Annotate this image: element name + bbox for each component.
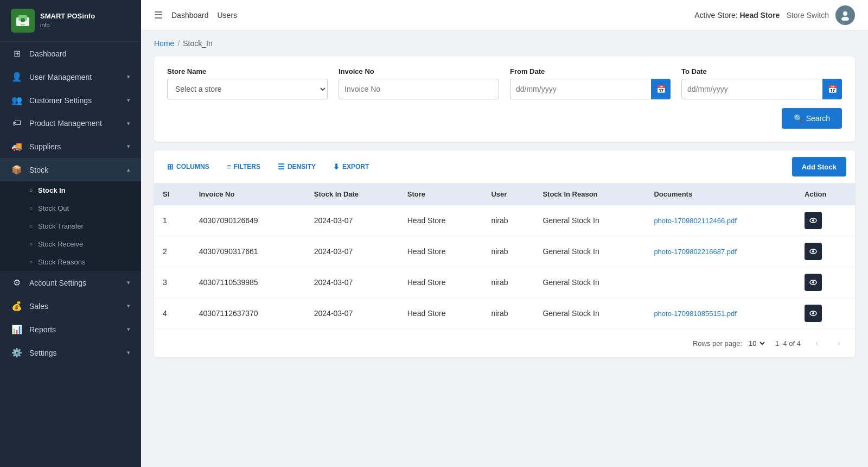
- invoice-no-filter: Invoice No: [339, 67, 499, 99]
- columns-button[interactable]: ⊞ COLUMNS: [163, 160, 214, 173]
- sidebar-item-customer-settings[interactable]: 👥 Customer Settings ▾: [0, 89, 141, 112]
- sidebar-item-stock-receive[interactable]: Stock Receive: [0, 235, 141, 253]
- cell-date: 2024-03-07: [305, 236, 399, 267]
- to-date-calendar-icon[interactable]: 📅: [822, 79, 842, 99]
- cell-action: [796, 298, 855, 329]
- sidebar-item-label: Sales: [29, 302, 127, 311]
- sidebar-item-dashboard[interactable]: ⊞ Dashboard: [0, 42, 141, 65]
- sidebar-item-sales[interactable]: 💰 Sales ▾: [0, 294, 141, 318]
- sidebar-item-stock-reasons[interactable]: Stock Reasons: [0, 253, 141, 271]
- density-button[interactable]: ☰ DENSITY: [273, 160, 320, 173]
- table-card: ⊞ COLUMNS ≡ FILTERS ☰ DENSITY ⬇ EXPORT A…: [154, 150, 855, 357]
- col-action: Action: [796, 184, 855, 205]
- sidebar-item-stock-transfer[interactable]: Stock Transfer: [0, 217, 141, 235]
- col-stock-in-date: Stock In Date: [305, 184, 399, 205]
- search-icon: 🔍: [794, 114, 803, 123]
- cell-date: 2024-03-07: [305, 298, 399, 329]
- sidebar-item-label: User Management: [29, 73, 127, 81]
- cell-sl: 1: [154, 205, 190, 236]
- chevron-down-icon: ▾: [127, 97, 130, 104]
- store-name-select[interactable]: Select a store: [167, 79, 328, 99]
- settings-icon: ⚙️: [11, 348, 23, 358]
- from-date-input[interactable]: [510, 79, 671, 99]
- cell-document: photo-1709802112466.pdf: [645, 205, 796, 236]
- chevron-down-icon: ▾: [127, 349, 130, 356]
- col-sl: Sl: [154, 184, 190, 205]
- store-name-filter: Store Name Select a store: [167, 67, 328, 99]
- cell-sl: 3: [154, 267, 190, 298]
- cell-sl: 2: [154, 236, 190, 267]
- table-row: 2 40307090317661 2024-03-07 Head Store n…: [154, 236, 855, 267]
- dashboard-icon: ⊞: [11, 48, 23, 59]
- cell-store: Head Store: [399, 236, 483, 267]
- view-button[interactable]: [805, 305, 822, 322]
- cell-user: nirab: [482, 267, 534, 298]
- filters-button[interactable]: ≡ FILTERS: [222, 160, 265, 173]
- add-stock-button[interactable]: Add Stock: [792, 157, 846, 176]
- cell-store: Head Store: [399, 267, 483, 298]
- view-button[interactable]: [805, 274, 822, 291]
- invoice-no-input[interactable]: [339, 79, 499, 99]
- menu-icon[interactable]: ☰: [154, 9, 163, 21]
- active-store-label: Active Store: Head Store: [694, 11, 780, 20]
- col-documents: Documents: [645, 184, 796, 205]
- chevron-down-icon: ▾: [127, 143, 130, 150]
- next-page-button[interactable]: ›: [831, 336, 846, 351]
- chevron-down-icon: ▾: [127, 73, 130, 80]
- account-settings-icon: ⚙: [11, 277, 23, 288]
- sidebar-item-settings[interactable]: ⚙️ Settings ▾: [0, 341, 141, 364]
- rows-per-page-select[interactable]: 10 25 50: [745, 339, 767, 348]
- view-button[interactable]: [805, 243, 822, 260]
- content-area: Home / Stock_In Store Name Select a stor…: [141, 30, 868, 467]
- cell-reason: General Stock In: [534, 298, 645, 329]
- breadcrumb-home-link[interactable]: Home: [154, 39, 174, 48]
- page-info: 1–4 of 4: [775, 339, 801, 348]
- prev-page-button[interactable]: ‹: [809, 336, 825, 351]
- cell-action: [796, 205, 855, 236]
- cell-date: 2024-03-07: [305, 205, 399, 236]
- cell-action: [796, 236, 855, 267]
- sidebar-item-user-management[interactable]: 👤 User Management ▾: [0, 65, 141, 89]
- sales-icon: 💰: [11, 301, 23, 311]
- topbar-users-link[interactable]: Users: [218, 11, 238, 20]
- cell-sl: 4: [154, 298, 190, 329]
- sidebar-item-suppliers[interactable]: 🚚 Suppliers ▾: [0, 135, 141, 158]
- document-link[interactable]: photo-1709802216687.pdf: [654, 248, 737, 256]
- cell-date: 2024-03-07: [305, 267, 399, 298]
- search-button[interactable]: 🔍 Search: [782, 108, 842, 129]
- sidebar-item-product-management[interactable]: 🏷 Product Management ▾: [0, 112, 141, 135]
- sidebar-item-account-settings[interactable]: ⚙ Account Settings ▾: [0, 271, 141, 294]
- breadcrumb: Home / Stock_In: [154, 39, 855, 48]
- col-store: Store: [399, 184, 483, 205]
- to-date-input[interactable]: [681, 79, 842, 99]
- from-date-calendar-icon[interactable]: 📅: [651, 79, 671, 99]
- document-link[interactable]: photo-1709802112466.pdf: [654, 217, 737, 225]
- sidebar-item-stock-in[interactable]: Stock In: [0, 181, 141, 199]
- cell-store: Head Store: [399, 205, 483, 236]
- cell-store: Head Store: [399, 298, 483, 329]
- svg-point-11: [812, 281, 814, 283]
- cell-reason: General Stock In: [534, 205, 645, 236]
- table-toolbar: ⊞ COLUMNS ≡ FILTERS ☰ DENSITY ⬇ EXPORT A…: [154, 150, 855, 184]
- cell-user: nirab: [482, 298, 534, 329]
- user-avatar[interactable]: [835, 5, 855, 25]
- from-date-filter: From Date 📅: [510, 67, 671, 99]
- sidebar-item-stock[interactable]: 📦 Stock ▴: [0, 158, 141, 181]
- columns-icon: ⊞: [167, 162, 174, 171]
- export-button[interactable]: ⬇ EXPORT: [329, 160, 373, 173]
- cell-invoice-no: 40307112637370: [190, 298, 305, 329]
- sidebar-item-stock-out[interactable]: Stock Out: [0, 199, 141, 217]
- store-switch-button[interactable]: Store Switch: [786, 11, 829, 20]
- sidebar-item-reports[interactable]: 📊 Reports ▾: [0, 318, 141, 341]
- to-date-label: To Date: [681, 67, 842, 75]
- topbar-dashboard-link[interactable]: Dashboard: [171, 11, 209, 20]
- sidebar-item-label: Product Management: [29, 119, 127, 128]
- invoice-no-label: Invoice No: [339, 67, 499, 75]
- document-link[interactable]: photo-1709810855151.pdf: [654, 310, 737, 318]
- cell-user: nirab: [482, 205, 534, 236]
- rows-per-page-group: Rows per page: 10 25 50: [693, 339, 767, 348]
- table-body: 1 40307090126649 2024-03-07 Head Store n…: [154, 205, 855, 329]
- chevron-down-icon: ▾: [127, 302, 130, 310]
- view-button[interactable]: [805, 212, 822, 229]
- sidebar-item-label: Customer Settings: [29, 96, 127, 105]
